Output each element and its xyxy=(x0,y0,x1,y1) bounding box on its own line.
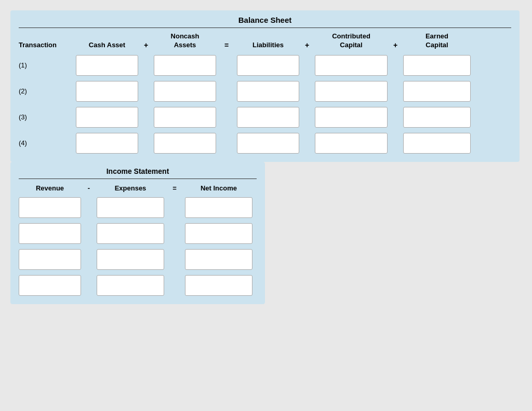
bs-row-3-earned[interactable] xyxy=(403,107,471,128)
bs-row-4-cash-asset[interactable] xyxy=(76,133,138,154)
balance-sheet-container: Balance Sheet Transaction Cash Asset + N… xyxy=(10,10,520,162)
is-row-4 xyxy=(19,275,257,296)
bs-row-1-label: (1) xyxy=(19,61,76,69)
header-plus3: + xyxy=(388,40,403,50)
header-equals: = xyxy=(164,184,185,192)
bs-row-1-earned[interactable] xyxy=(403,55,471,76)
bs-row-3-liabilities[interactable] xyxy=(237,107,299,128)
is-row-1-expenses[interactable] xyxy=(97,197,164,218)
is-row-3-expenses[interactable] xyxy=(97,249,164,270)
bs-row-1: (1) xyxy=(19,55,511,76)
header-cash-asset: Cash Asset xyxy=(76,41,138,50)
bs-row-4-liabilities[interactable] xyxy=(237,133,299,154)
header-net-income: Net Income xyxy=(185,184,252,192)
header-contributed-capital: ContributedCapital xyxy=(315,32,388,50)
bs-row-3-cash-asset[interactable] xyxy=(76,107,138,128)
bs-row-3-label: (3) xyxy=(19,113,76,121)
header-revenue: Revenue xyxy=(19,184,81,192)
bs-header-row: Transaction Cash Asset + NoncashAssets =… xyxy=(19,28,511,52)
is-row-2-expenses[interactable] xyxy=(97,223,164,244)
is-row-4-expenses[interactable] xyxy=(97,275,164,296)
is-row-3-revenue[interactable] xyxy=(19,249,81,270)
is-header-row: Revenue - Expenses = Net Income xyxy=(19,179,257,194)
bs-row-2-contributed[interactable] xyxy=(315,81,388,102)
bs-row-4-earned[interactable] xyxy=(403,133,471,154)
header-plus1: + xyxy=(138,40,154,50)
bs-row-4-label: (4) xyxy=(19,139,76,147)
bs-row-3: (3) xyxy=(19,107,511,128)
is-row-1-revenue[interactable] xyxy=(19,197,81,218)
bs-row-1-liabilities[interactable] xyxy=(237,55,299,76)
bs-row-1-noncash[interactable] xyxy=(154,55,216,76)
bs-row-2: (2) xyxy=(19,81,511,102)
bs-row-4: (4) xyxy=(19,133,511,154)
income-statement-title: Income Statement xyxy=(19,167,257,179)
is-row-4-net-income[interactable] xyxy=(185,275,252,296)
bs-data-rows: (1) (2) (3) xyxy=(19,55,511,154)
income-statement-container: Income Statement Revenue - Expenses = Ne… xyxy=(10,162,265,304)
balance-sheet-title: Balance Sheet xyxy=(19,16,511,28)
header-transaction: Transaction xyxy=(19,41,76,50)
bs-row-3-contributed[interactable] xyxy=(315,107,388,128)
is-row-2-net-income[interactable] xyxy=(185,223,252,244)
bs-row-2-label: (2) xyxy=(19,87,76,95)
is-row-4-revenue[interactable] xyxy=(19,275,81,296)
header-expenses: Expenses xyxy=(97,184,164,192)
is-row-2 xyxy=(19,223,257,244)
header-earned-capital: EarnedCapital xyxy=(403,32,471,50)
header-plus2: + xyxy=(299,40,315,50)
bs-row-4-noncash[interactable] xyxy=(154,133,216,154)
header-noncash-assets: NoncashAssets xyxy=(154,32,216,50)
bs-row-2-earned[interactable] xyxy=(403,81,471,102)
is-data-rows xyxy=(19,197,257,296)
bs-row-3-noncash[interactable] xyxy=(154,107,216,128)
header-liabilities: Liabilities xyxy=(237,41,299,50)
bs-row-2-liabilities[interactable] xyxy=(237,81,299,102)
bs-row-2-noncash[interactable] xyxy=(154,81,216,102)
bs-row-1-contributed[interactable] xyxy=(315,55,388,76)
is-row-2-revenue[interactable] xyxy=(19,223,81,244)
header-minus: - xyxy=(81,184,97,192)
bs-row-1-cash-asset[interactable] xyxy=(76,55,138,76)
is-row-3-net-income[interactable] xyxy=(185,249,252,270)
is-row-1 xyxy=(19,197,257,218)
is-row-1-net-income[interactable] xyxy=(185,197,252,218)
is-row-3 xyxy=(19,249,257,270)
header-equals1: = xyxy=(216,40,237,50)
bs-row-4-contributed[interactable] xyxy=(315,133,388,154)
bs-row-2-cash-asset[interactable] xyxy=(76,81,138,102)
